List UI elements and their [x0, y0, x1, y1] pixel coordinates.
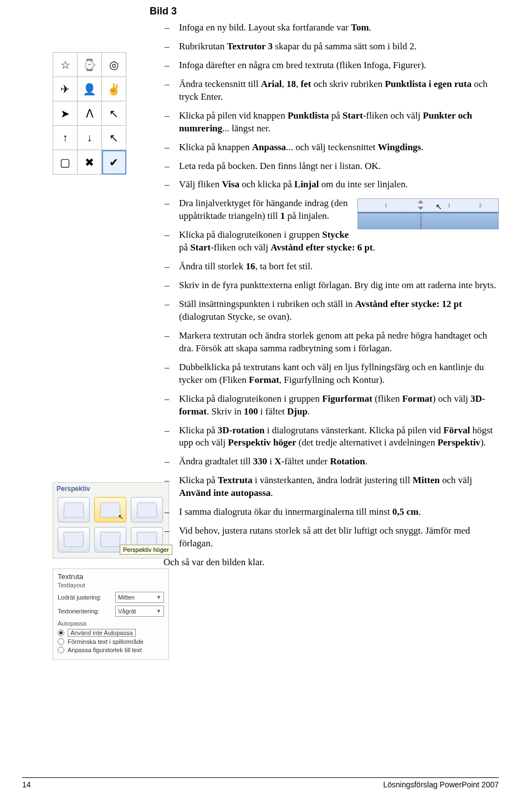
ruler-indent-marker-icon	[418, 200, 423, 210]
instruction-item: Ställ insättningspunkten i rubriken och …	[163, 298, 499, 324]
instruction-item: Skriv in de fyra punkttexterna enligt fö…	[163, 279, 499, 292]
radio-on-icon[interactable]	[58, 629, 64, 636]
bullet-cell: ✖	[78, 150, 102, 175]
bullet-cell: ☆	[53, 53, 78, 77]
vertical-align-select[interactable]: Mitten ▼	[115, 592, 164, 603]
instruction-item: Infoga en ny bild. Layout ska fortfarand…	[163, 22, 499, 34]
radio-label-shrink: Förminska text i spillområde	[68, 638, 144, 645]
bullet-cell-selected-checkmark: ✔	[102, 150, 126, 175]
cursor-icon: ↖	[118, 513, 124, 521]
bullet-cell: ᐱ	[78, 101, 102, 126]
instruction-item: Klicka på pilen vid knappen Punktlista p…	[163, 110, 499, 135]
perspective-option[interactable]	[131, 497, 163, 523]
textruta-panel: Textruta Textlayout Lodrät justering: Mi…	[53, 568, 169, 660]
instruction-item: Klicka på dialogruteikonen i gruppen Sty…	[163, 229, 499, 254]
bullet-cell: ↖	[102, 101, 126, 126]
chevron-down-icon: ▼	[156, 595, 161, 600]
perspective-label: Perspektiv	[53, 483, 168, 495]
bullet-cell: ↓	[78, 126, 102, 150]
perspective-option[interactable]	[58, 527, 90, 552]
bullet-cell: ↖	[102, 126, 126, 150]
instruction-item: Dubbelklicka på textrutans kant och välj…	[163, 361, 499, 387]
instruction-item: Ändra till storlek 16, ta bort fet stil.	[163, 260, 499, 273]
bullet-cell: ✌	[102, 77, 126, 101]
cursor-icon: ↖	[436, 202, 442, 213]
instruction-item: Klicka på 3D-rotation i dialogrutans vän…	[163, 424, 499, 450]
instruction-item: Klicka på dialogruteikonen i gruppen Fig…	[163, 393, 499, 418]
radio-off-icon[interactable]	[58, 638, 64, 645]
instruction-list: Infoga en ny bild. Layout ska fortfarand…	[163, 22, 499, 550]
instruction-item: I samma dialogruta ökar du innermarginal…	[163, 506, 499, 519]
heading-bild3: Bild 3	[150, 6, 499, 17]
perspective-panel: Perspektiv ↖ Perspektiv höger	[53, 482, 169, 559]
ruler-number: 2	[479, 202, 482, 209]
closing-text: Och så var den bilden klar.	[163, 556, 499, 569]
instruction-item: Markera textrutan och ändra storlek geno…	[163, 330, 499, 355]
instruction-item: Välj fliken Visa och klicka på Linjal om…	[163, 178, 499, 191]
instruction-item: 112↖Dra linjalverktyget för hängande ind…	[163, 197, 499, 223]
bullet-cell: ✈	[53, 77, 78, 101]
bullet-cell: ▢	[53, 150, 78, 175]
bullet-cell: ➤	[53, 101, 78, 126]
bullet-cell: ⌚	[78, 53, 102, 77]
text-orient-label: Textorientering:	[58, 608, 112, 614]
perspective-option-selected[interactable]: ↖	[94, 497, 126, 523]
autopassa-title: Autopassa	[58, 620, 164, 627]
chevron-down-icon: ▼	[156, 608, 161, 614]
bullet-cell: 👤	[78, 77, 102, 101]
page-number: 14	[22, 780, 31, 789]
bullet-cell: ◎	[102, 53, 126, 77]
instruction-item: Vid behov, justera rutans storlek så att…	[163, 525, 499, 550]
instruction-item: Ändra gradtalet till 330 i X-fältet unde…	[163, 455, 499, 468]
instruction-item: Klicka på Textruta i vänsterkanten, ändr…	[163, 474, 499, 500]
text-orient-value: Vågrät	[118, 608, 136, 614]
instruction-item: Leta reda på bocken. Den finns långt ner…	[163, 160, 499, 173]
radio-label-resize-shape: Anpassa figurstorlek till text	[68, 647, 142, 653]
instruction-item: Ändra teckensnitt till Arial, 18, fet oc…	[163, 78, 499, 104]
textruta-title: Textruta	[58, 572, 164, 581]
instruction-item: Infoga därefter en några cm bred textrut…	[163, 59, 499, 72]
textruta-subtitle: Textlayout	[58, 582, 164, 588]
instruction-item: Klicka på knappen Anpassa... och välj te…	[163, 141, 499, 154]
ruler-number: 1	[385, 202, 387, 209]
radio-label-no-autofit: Använd inte Autopassa	[68, 629, 136, 637]
radio-off-icon[interactable]	[58, 647, 64, 653]
perspective-option[interactable]	[58, 497, 90, 523]
vertical-align-value: Mitten	[118, 594, 135, 601]
bullet-cell: ↑	[53, 126, 78, 150]
ruler-image: 112↖	[357, 198, 499, 229]
footer-title: Lösningsförslag PowerPoint 2007	[383, 780, 499, 789]
bullet-grid-image: ☆ ⌚ ◎ ✈ 👤 ✌ ➤ ᐱ ↖ ↑ ↓ ↖	[53, 52, 126, 175]
text-orient-select[interactable]: Vågrät ▼	[115, 606, 164, 617]
ruler-number: 1	[448, 202, 451, 209]
vertical-align-label: Lodrät justering:	[58, 594, 112, 601]
instruction-item: Rubrikrutan Textrutor 3 skapar du på sam…	[163, 40, 499, 53]
